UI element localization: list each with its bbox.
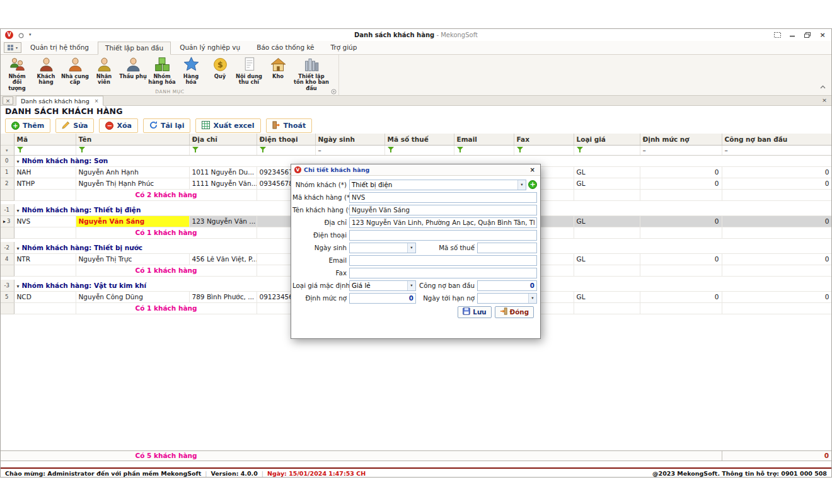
cell-ten[interactable]: Nguyễn Thị Hạnh Phúc	[76, 178, 189, 189]
quick-access-dropdown-icon[interactable]: ▾	[29, 32, 32, 37]
column-header-loai-gia[interactable]: Loại giá	[574, 134, 640, 145]
dia-chi-input[interactable]	[349, 217, 537, 228]
ngay-sinh-combo[interactable]: ▾	[349, 243, 416, 253]
cell-ma[interactable]: NCD	[14, 291, 76, 302]
filter-cell-cong-no[interactable]: –	[722, 145, 832, 155]
cell-loai-gia[interactable]: GL	[574, 215, 640, 227]
ribbon-item-hang-hoa[interactable]: Hàng hóa	[176, 55, 205, 86]
ten-khach-hang-input[interactable]	[349, 205, 537, 215]
column-header-fax[interactable]: Fax	[514, 134, 574, 145]
cell-loai-gia[interactable]: GL	[574, 166, 640, 178]
column-header-ngay-sinh[interactable]: Ngày sinh	[315, 134, 384, 145]
cell-dinh-muc-no[interactable]: 0	[640, 178, 722, 189]
reload-button[interactable]: Tải lại	[143, 118, 191, 133]
ma-khach-hang-input[interactable]	[349, 192, 537, 203]
filter-cell-ma[interactable]	[14, 145, 76, 155]
exit-button[interactable]: Thoát	[266, 118, 313, 133]
column-header-cong-no-ban-dau[interactable]: Công nợ ban đầu	[722, 134, 832, 145]
ribbon-tab-quan-ly-nghiep-vu[interactable]: Quản lý nghiệp vụ	[172, 41, 248, 54]
chevron-down-icon[interactable]: ▾	[407, 243, 415, 253]
dialog-close-icon[interactable]: ×	[528, 166, 537, 173]
cell-ten[interactable]: Nguyễn Thị Trực	[76, 253, 189, 265]
filter-cell-fax[interactable]	[514, 145, 574, 155]
cell-dia-chi[interactable]: 456 Lê Văn Việt, P...	[189, 253, 257, 265]
customer-group-combo[interactable]: Thiết bị điện ▾	[349, 180, 526, 190]
ma-so-thue-input[interactable]	[477, 243, 537, 253]
filter-cell-ten[interactable]	[76, 145, 189, 155]
ribbon-item-noi-dung-thu-chi[interactable]: Nội dung thu chi	[234, 55, 263, 86]
column-header-dinh-muc-no[interactable]: Định mức nợ	[640, 134, 722, 145]
application-menu-button[interactable]: ▾	[4, 42, 21, 53]
filter-cell-ma-so-thue[interactable]	[384, 145, 454, 155]
column-header-dien-thoai[interactable]: Điện thoại	[257, 134, 315, 145]
chevron-down-icon[interactable]: ▾	[517, 180, 526, 190]
cell-dinh-muc-no[interactable]: 0	[640, 166, 722, 178]
ribbon-item-thau-phu[interactable]: Thầu phụ	[118, 55, 147, 80]
quick-access-circle-icon[interactable]	[18, 29, 24, 41]
add-button[interactable]: + Thêm	[5, 118, 50, 133]
cell-dinh-muc-no[interactable]: 0	[640, 291, 722, 302]
ribbon-item-khach-hang[interactable]: Khách hàng	[32, 55, 61, 86]
ribbon-tab-tro-giup[interactable]: Trợ giúp	[323, 41, 365, 54]
add-customer-group-button[interactable]: +	[528, 180, 537, 189]
capture-frame-icon[interactable]	[773, 31, 782, 39]
cong-no-ban-dau-input[interactable]	[477, 280, 537, 291]
chevron-down-icon[interactable]: ▾	[528, 294, 536, 303]
email-input[interactable]	[349, 255, 537, 266]
column-header-ten[interactable]: Tên	[76, 134, 189, 145]
cell-dia-chi[interactable]: 1011 Nguyễn Du...	[189, 166, 257, 178]
filter-cell-email[interactable]	[454, 145, 514, 155]
ribbon-item-nhan-vien[interactable]: Nhân viên	[90, 55, 118, 86]
ngay-toi-han-no-combo[interactable]: ▾	[477, 293, 537, 304]
cell-cong-no[interactable]: 0	[722, 253, 832, 265]
cell-loai-gia[interactable]: GL	[574, 178, 640, 189]
ribbon-item-nhom-hang-hoa[interactable]: Nhóm hàng hóa	[147, 55, 176, 86]
restore-icon[interactable]	[803, 31, 812, 39]
cell-loai-gia[interactable]: GL	[574, 253, 640, 265]
ribbon-tab-quan-tri-he-thong[interactable]: Quản trị hệ thống	[23, 41, 96, 54]
cell-ten[interactable]: Nguyễn Anh Hạnh	[76, 166, 189, 178]
ribbon-tab-bao-cao-thong-ke[interactable]: Báo cáo thống kê	[249, 41, 321, 54]
cell-cong-no[interactable]: 0	[722, 215, 832, 227]
ribbon-item-nha-cung-cap[interactable]: Nhà cung cấp	[61, 55, 90, 86]
cell-cong-no[interactable]: 0	[722, 291, 832, 302]
cell-dia-chi[interactable]: 1111 Nguyễn Văn...	[189, 178, 257, 189]
group-dialog-launcher-icon[interactable]	[331, 89, 337, 94]
ribbon-item-thiet-lap-ton-kho[interactable]: Thiết lập tồn kho ban đầu	[292, 55, 330, 92]
ribbon-collapse-chevron-icon[interactable]	[820, 85, 826, 89]
filter-cell-loai-gia[interactable]	[574, 145, 640, 155]
cell-ma[interactable]: NVS	[14, 215, 76, 227]
cell-ten[interactable]: Nguyễn Công Dũng	[76, 291, 189, 302]
loai-gia-combo[interactable]: Giá lẻ ▾	[349, 280, 416, 291]
cell-dinh-muc-no[interactable]: 0	[640, 253, 722, 265]
filter-cell-dia-chi[interactable]	[189, 145, 257, 155]
ribbon-tab-thiet-lap-ban-dau[interactable]: Thiết lập ban đầu	[98, 42, 171, 55]
column-header-dia-chi[interactable]: Địa chỉ	[189, 134, 257, 145]
document-tab-danh-sach-khach-hang[interactable]: Danh sách khách hàng ×	[16, 96, 103, 106]
close-all-tabs-icon[interactable]: ×	[822, 96, 827, 103]
cell-dia-chi[interactable]: 123 Nguyễn Văn ...	[189, 215, 257, 227]
cell-dia-chi[interactable]: 789 Bình Phước, ...	[189, 291, 257, 302]
edit-button[interactable]: Sửa	[55, 118, 94, 133]
dien-thoai-input[interactable]	[349, 230, 537, 241]
dialog-titlebar[interactable]: V Chi tiết khách hàng ×	[291, 164, 540, 176]
column-header-ma-so-thue[interactable]: Mã số thuế	[384, 134, 454, 145]
filter-cell-ngay-sinh[interactable]: –	[315, 145, 384, 155]
chevron-down-icon[interactable]: ▾	[407, 281, 415, 290]
delete-button[interactable]: − Xóa	[99, 118, 137, 133]
cell-cong-no[interactable]: 0	[722, 166, 832, 178]
ribbon-item-quy[interactable]: $ Quỹ	[205, 55, 234, 80]
ribbon-item-nhom-doi-tuong[interactable]: Nhóm đối tượng	[3, 55, 32, 92]
save-button[interactable]: Lưu	[458, 306, 491, 318]
cell-ten[interactable]: Nguyễn Văn Sáng	[76, 215, 189, 227]
filter-cell-dinh-muc-no[interactable]: –	[640, 145, 722, 155]
dinh-muc-no-input[interactable]	[349, 293, 416, 304]
fax-input[interactable]	[349, 268, 537, 278]
tab-close-icon[interactable]: ×	[95, 98, 99, 104]
cell-ma[interactable]: NAH	[14, 166, 76, 178]
cell-ma[interactable]: NTHP	[14, 178, 76, 189]
cell-dinh-muc-no[interactable]: 0	[640, 215, 722, 227]
column-header-ma[interactable]: Mã	[14, 134, 76, 145]
export-excel-button[interactable]: Xuất excel	[195, 118, 260, 133]
cell-loai-gia[interactable]: GL	[574, 291, 640, 302]
